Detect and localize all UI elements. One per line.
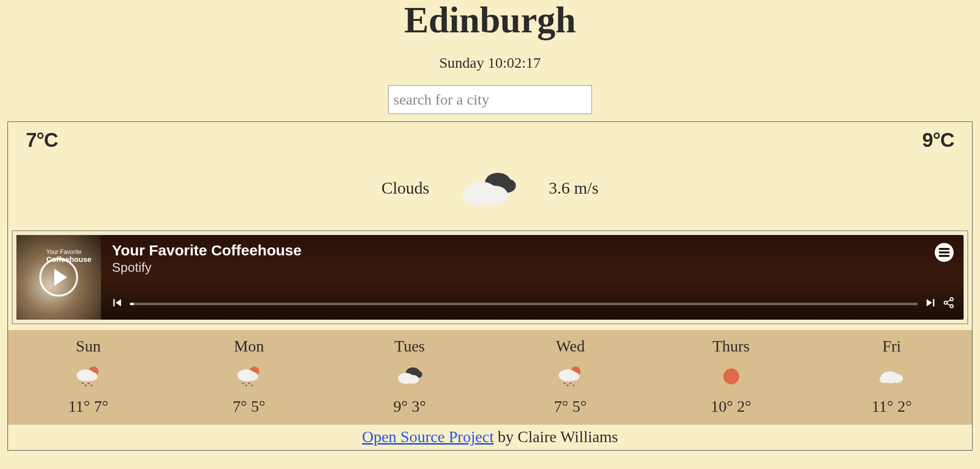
svg-rect-5 xyxy=(113,299,115,307)
art-overlay-line1: Your Favorite xyxy=(46,249,92,255)
forecast-lo: 5° xyxy=(251,397,266,415)
footer-byline: by Claire Williams xyxy=(494,428,618,446)
svg-point-38 xyxy=(573,385,574,386)
svg-rect-8 xyxy=(933,299,935,307)
svg-point-27 xyxy=(251,385,253,386)
forecast-temps: 7° 5° xyxy=(169,397,329,416)
open-source-link[interactable]: Open Source Project xyxy=(362,428,494,446)
forecast-hi: 11° xyxy=(68,397,90,415)
forecast-day-label: Wed xyxy=(490,337,651,355)
forecast-day: Mon7° 5° xyxy=(169,330,329,425)
svg-line-13 xyxy=(947,304,951,306)
svg-point-39 xyxy=(723,368,739,384)
forecast-day: Tues9° 3° xyxy=(329,330,490,425)
forecast-rain-sun-icon xyxy=(169,364,329,388)
forecast-hi: 7° xyxy=(233,397,247,415)
city-title: Edinburgh xyxy=(7,0,973,40)
forecast-cloud-icon xyxy=(811,364,972,388)
svg-point-36 xyxy=(567,385,568,386)
svg-point-24 xyxy=(242,383,244,384)
forecast-lo: 3° xyxy=(412,397,426,415)
svg-point-37 xyxy=(570,383,571,384)
condition-label: Clouds xyxy=(382,179,429,198)
current-conditions: 7°C 9°C Clouds 3.6 m/s xyxy=(8,122,972,231)
forecast-day: Sun11° 7° xyxy=(8,330,169,425)
svg-point-9 xyxy=(950,298,953,301)
forecast-day-label: Mon xyxy=(169,337,329,355)
svg-point-26 xyxy=(248,383,250,384)
prev-track-icon[interactable] xyxy=(112,297,123,310)
forecast-hi: 7° xyxy=(554,397,569,415)
forecast-clouds-icon xyxy=(329,364,490,388)
svg-point-19 xyxy=(88,383,89,384)
forecast-day: Thurs10° 2° xyxy=(651,330,811,425)
svg-point-4 xyxy=(462,190,480,204)
svg-line-12 xyxy=(947,300,951,302)
forecast-lo: 5° xyxy=(573,397,587,415)
forecast-rain-sun-icon xyxy=(8,364,169,388)
play-icon xyxy=(54,269,67,286)
forecast-temps: 10° 2° xyxy=(651,397,811,416)
spotify-logo-icon[interactable] xyxy=(935,243,954,262)
clouds-icon xyxy=(459,166,519,211)
svg-point-20 xyxy=(91,385,92,386)
forecast-day-label: Thurs xyxy=(651,337,811,355)
svg-marker-7 xyxy=(927,299,932,307)
weather-panel: 7°C 9°C Clouds 3.6 m/s xyxy=(7,121,973,451)
forecast-day-label: Fri xyxy=(811,337,972,355)
forecast-temps: 9° 3° xyxy=(329,397,490,416)
svg-marker-6 xyxy=(115,299,121,307)
svg-point-16 xyxy=(86,372,98,381)
svg-point-34 xyxy=(568,372,580,381)
play-button[interactable] xyxy=(39,258,78,297)
track-subtitle[interactable]: Spotify xyxy=(112,260,955,275)
temp-low: 7°C xyxy=(26,129,58,151)
forecast-rain-sun-icon xyxy=(490,364,651,388)
album-art[interactable]: Your Favorite Coffeehouse xyxy=(16,235,101,320)
forecast-lo: 7° xyxy=(94,397,108,415)
svg-point-17 xyxy=(82,383,83,384)
share-icon[interactable] xyxy=(943,297,955,311)
forecast-day: Wed7° 5° xyxy=(490,330,651,425)
forecast-day: Fri11° 2° xyxy=(811,330,972,425)
forecast-temps: 11° 2° xyxy=(811,397,972,416)
forecast-row: Sun11° 7°Mon7° 5°Tues9° 3°Wed7° 5°Thurs1… xyxy=(8,330,972,425)
svg-point-31 xyxy=(407,375,419,384)
spotify-player: Your Favorite Coffeehouse Your Favorite … xyxy=(16,235,964,320)
current-datetime: Sunday 10:02:17 xyxy=(7,54,973,71)
city-search-input[interactable] xyxy=(388,85,592,114)
track-title[interactable]: Your Favorite Coffeehouse xyxy=(112,242,955,259)
forecast-hi: 9° xyxy=(393,397,408,415)
forecast-hi: 10° xyxy=(711,397,733,415)
svg-point-23 xyxy=(246,372,258,381)
svg-point-35 xyxy=(564,383,565,384)
temp-high: 9°C xyxy=(922,129,954,151)
next-track-icon[interactable] xyxy=(925,297,936,310)
svg-point-18 xyxy=(85,385,86,386)
wind-speed: 3.6 m/s xyxy=(549,179,598,198)
svg-point-25 xyxy=(245,385,247,386)
forecast-hi: 11° xyxy=(872,397,893,415)
svg-point-11 xyxy=(950,305,953,308)
forecast-day-label: Sun xyxy=(8,337,169,355)
forecast-temps: 7° 5° xyxy=(490,397,651,416)
progress-fill xyxy=(130,303,134,305)
forecast-temps: 11° 7° xyxy=(8,397,169,416)
svg-point-3 xyxy=(482,186,508,206)
spotify-embed: Your Favorite Coffeehouse Your Favorite … xyxy=(12,231,968,324)
svg-point-10 xyxy=(944,301,947,304)
forecast-lo: 2° xyxy=(737,397,752,415)
progress-bar[interactable] xyxy=(130,303,918,305)
footer: Open Source Project by Claire Williams xyxy=(8,425,972,450)
svg-point-42 xyxy=(880,376,888,383)
forecast-day-label: Tues xyxy=(329,337,490,355)
forecast-sun-icon xyxy=(651,364,811,388)
forecast-lo: 2° xyxy=(897,397,912,415)
svg-point-41 xyxy=(891,374,903,383)
